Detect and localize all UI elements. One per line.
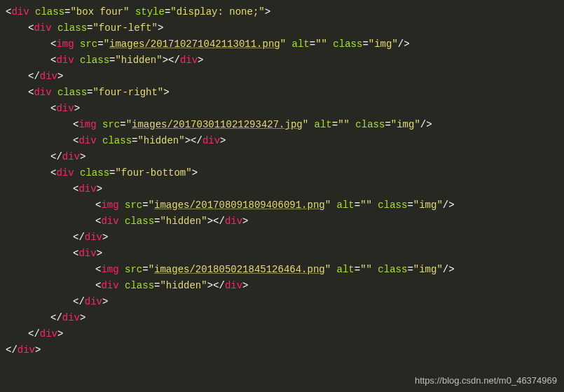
image-path: images/201805021845126464.png [154,264,325,275]
tag-div: div [34,87,51,98]
tag-div: div [78,248,96,259]
code-line: <div> [6,101,558,117]
attr-value: "hidden" [160,280,207,291]
attr-value: "img" [369,38,398,50]
attr-value: "box four" [70,6,129,18]
attr-value: "hidden" [137,135,184,146]
code-line: </div> [6,149,558,165]
code-line: <div class="hidden"></div> [6,214,558,230]
attr-class: class [80,55,109,66]
code-line: </div> [6,342,558,358]
attr-src: src [125,264,142,275]
attr-value: "four-bottom" [115,167,191,178]
attr-alt: alt [292,38,310,50]
code-line: </div> [6,69,558,85]
code-line: </div> [6,294,558,310]
code-line: </div> [6,230,558,246]
attr-class: class [355,119,385,130]
close-tag: div [180,55,198,66]
close-tag: div [85,232,102,243]
close-tag: div [225,216,242,227]
tag-div: div [78,183,96,195]
attr-src: src [125,200,142,211]
close-tag: div [202,135,220,146]
attr-value: "display: none;" [170,6,264,18]
code-line: <img src="images/201805021845126464.png"… [6,262,558,278]
attr-class: class [102,135,132,146]
attr-src: src [102,119,120,130]
code-line: <div class="hidden"></div> [6,133,558,149]
close-tag: div [18,344,35,356]
close-tag: div [62,151,80,162]
attr-class: class [125,216,154,227]
attr-class: class [57,22,87,34]
close-tag: div [225,280,242,291]
code-line: <div> [6,181,558,197]
attr-alt: alt [315,119,332,130]
code-line: <div class="hidden"></div> [6,278,558,294]
tag-div: div [34,22,51,34]
code-block: <div class="box four" style="display: no… [6,4,558,358]
code-line: <div> [6,246,558,262]
code-line: <div class="four-bottom"> [6,165,558,181]
attr-class: class [35,6,64,18]
attr-alt: alt [337,200,355,211]
code-line: <div class="four-right"> [6,85,558,101]
attr-alt: alt [337,264,355,275]
close-tag: div [40,328,57,340]
attr-class: class [125,280,154,291]
attr-value: "four-left" [92,22,157,34]
attr-value: "img" [413,200,443,211]
code-line: <div class="box four" style="display: no… [6,4,558,20]
tag-div: div [101,216,118,227]
code-line: <img src="images/201708091809406091.png"… [6,197,558,214]
tag-div: div [56,55,74,66]
tag-img: img [78,119,96,130]
tag-div: div [56,103,74,114]
code-line: </div> [6,310,558,326]
attr-value: "" [360,264,372,275]
tag-div: div [78,135,96,146]
attr-class: class [333,38,362,50]
tag-img: img [101,200,118,211]
attr-value: "" [338,119,350,130]
close-tag: div [85,296,102,307]
code-line: </div> [6,326,558,342]
image-path: images/201710271042113011.png [109,38,280,50]
tag-img: img [101,264,118,275]
attr-value: "hidden" [115,55,162,66]
attr-class: class [80,167,109,178]
attr-value: "" [360,200,372,211]
attr-value: "img" [391,119,420,130]
tag-img: img [56,38,74,50]
close-tag: div [62,312,80,323]
image-path: images/201708091809406091.png [154,200,325,211]
code-line: <div class="four-left"> [6,20,558,36]
tag-div: div [11,6,29,18]
image-path: images/201703011021293427.jpg [132,119,303,130]
tag-div: div [101,280,118,291]
close-tag: div [40,71,57,82]
attr-value: "hidden" [160,216,207,227]
attr-src: src [80,38,97,50]
attr-class: class [57,87,87,98]
attr-class: class [378,200,407,211]
code-line: <img src="images/201710271042113011.png"… [6,36,558,52]
watermark-text: https://blog.csdn.net/m0_46374969 [415,373,557,388]
code-line: <div class="hidden"></div> [6,52,558,69]
attr-value: "four-right" [92,87,163,98]
attr-style: style [135,6,165,18]
tag-div: div [56,167,74,178]
attr-value: "img" [413,264,443,275]
attr-class: class [378,264,407,275]
code-line: <img src="images/201703011021293427.jpg"… [6,117,558,133]
attr-value: "" [315,38,327,50]
